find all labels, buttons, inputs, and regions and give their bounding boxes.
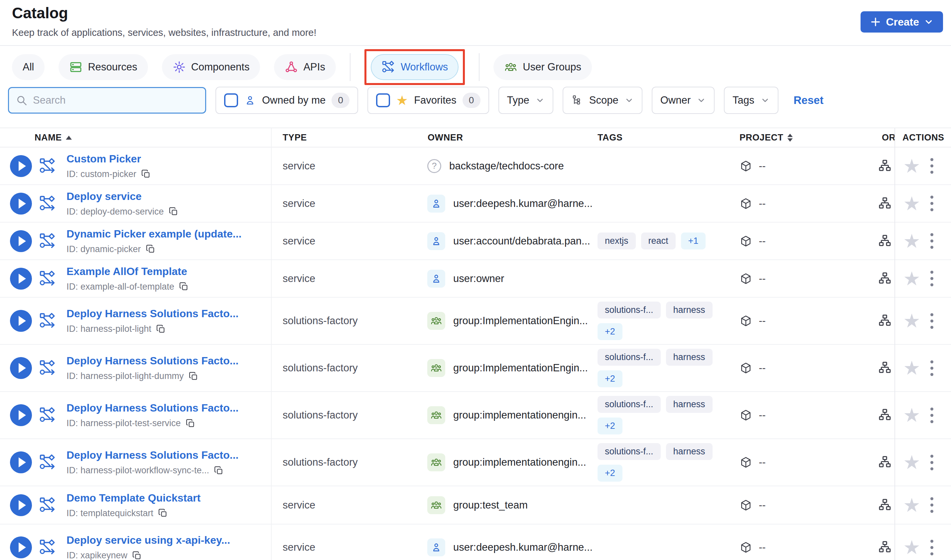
tab-resources[interactable]: Resources — [59, 54, 148, 80]
group-icon — [427, 312, 445, 330]
kebab-menu-icon[interactable] — [930, 298, 933, 344]
tab-all[interactable]: All — [12, 54, 45, 80]
favorite-star-icon[interactable] — [903, 525, 920, 560]
favorite-star-icon[interactable] — [903, 223, 920, 259]
tag-pill[interactable]: solutions-f... — [597, 396, 661, 413]
org-chart-icon[interactable] — [877, 392, 892, 438]
workflow-name-link[interactable]: Demo Template Quickstart — [66, 492, 201, 504]
favorite-star-icon[interactable] — [903, 486, 920, 524]
column-header-name[interactable]: NAME — [35, 132, 72, 143]
copy-icon[interactable] — [185, 418, 196, 428]
org-chart-icon[interactable] — [877, 525, 892, 560]
workflow-name-link[interactable]: Custom Picker — [66, 153, 141, 165]
copy-icon[interactable] — [141, 169, 151, 179]
run-workflow-button[interactable] — [10, 230, 32, 252]
kebab-menu-icon[interactable] — [930, 185, 933, 222]
reset-filters-button[interactable]: Reset — [794, 94, 824, 107]
more-tags-badge[interactable]: +2 — [597, 465, 622, 482]
owned-by-me-filter[interactable]: Owned by me 0 — [216, 87, 358, 114]
kebab-menu-icon[interactable] — [930, 392, 933, 438]
workflow-name-link[interactable]: Deploy Harness Solutions Facto... — [66, 402, 238, 414]
favorites-checkbox[interactable] — [376, 93, 390, 107]
kebab-menu-icon[interactable] — [930, 223, 933, 259]
run-workflow-button[interactable] — [10, 537, 32, 558]
org-chart-icon[interactable] — [877, 148, 892, 185]
workflow-name-link[interactable]: Example AllOf Template — [66, 265, 187, 278]
org-chart-icon[interactable] — [877, 486, 892, 524]
chevron-down-icon — [535, 95, 545, 105]
tab-user-groups[interactable]: User Groups — [494, 54, 592, 80]
run-workflow-button[interactable] — [10, 155, 32, 177]
run-workflow-button[interactable] — [10, 451, 32, 473]
favorite-star-icon[interactable] — [903, 345, 920, 391]
owned-by-me-checkbox[interactable] — [224, 93, 238, 107]
org-chart-icon[interactable] — [877, 260, 892, 297]
tags-cell: nextjs react +1 — [597, 223, 706, 259]
workflow-name-link[interactable]: Deploy service — [66, 190, 142, 203]
kebab-menu-icon[interactable] — [930, 148, 933, 185]
run-workflow-button[interactable] — [10, 268, 32, 290]
run-workflow-button[interactable] — [10, 494, 32, 516]
copy-icon[interactable] — [132, 551, 142, 560]
tag-pill[interactable]: solutions-f... — [597, 302, 661, 318]
copy-icon[interactable] — [158, 508, 168, 518]
tag-pill[interactable]: solutions-f... — [597, 349, 661, 366]
copy-icon[interactable] — [214, 466, 224, 475]
copy-icon[interactable] — [168, 206, 179, 217]
tag-pill[interactable]: solutions-f... — [597, 443, 661, 460]
type-dropdown[interactable]: Type — [499, 87, 553, 114]
kebab-menu-icon[interactable] — [930, 260, 933, 297]
create-button[interactable]: Create — [861, 11, 943, 32]
more-tags-badge[interactable]: +1 — [681, 232, 706, 249]
favorite-star-icon[interactable] — [903, 260, 920, 297]
org-chart-icon[interactable] — [877, 345, 892, 391]
run-workflow-button[interactable] — [10, 357, 32, 379]
kebab-menu-icon[interactable] — [930, 439, 933, 486]
org-chart-icon[interactable] — [877, 298, 892, 344]
copy-icon[interactable] — [146, 244, 156, 254]
favorite-star-icon[interactable] — [903, 185, 920, 222]
kebab-menu-icon[interactable] — [930, 345, 933, 391]
workflow-name-link[interactable]: Deploy service using x-api-key... — [66, 534, 230, 546]
kebab-menu-icon[interactable] — [930, 486, 933, 524]
workflow-name-link[interactable]: Deploy Harness Solutions Facto... — [66, 308, 238, 320]
more-tags-badge[interactable]: +2 — [597, 323, 622, 340]
tag-pill[interactable]: harness — [666, 302, 713, 318]
tag-pill[interactable]: harness — [666, 396, 713, 413]
tags-dropdown[interactable]: Tags — [724, 87, 778, 114]
copy-icon[interactable] — [179, 282, 189, 292]
tag-pill[interactable]: nextjs — [597, 232, 636, 249]
favorites-filter[interactable]: Favorites 0 — [367, 87, 489, 114]
run-workflow-button[interactable] — [10, 404, 32, 426]
more-tags-badge[interactable]: +2 — [597, 417, 622, 434]
tab-apis[interactable]: APIs — [274, 54, 335, 80]
scope-dropdown[interactable]: Scope — [563, 87, 642, 114]
more-tags-badge[interactable]: +2 — [597, 370, 622, 387]
workflow-name-link[interactable]: Deploy Harness Solutions Facto... — [66, 355, 238, 367]
tag-pill[interactable]: harness — [666, 349, 713, 366]
copy-icon[interactable] — [156, 324, 166, 334]
org-chart-icon[interactable] — [877, 439, 892, 486]
search-input[interactable] — [33, 94, 199, 106]
run-workflow-button[interactable] — [10, 193, 32, 215]
run-workflow-button[interactable] — [10, 310, 32, 332]
cube-icon — [739, 235, 752, 248]
workflow-name-link[interactable]: Deploy Harness Solutions Facto... — [66, 449, 238, 462]
column-header-project[interactable]: PROJECT — [739, 132, 793, 143]
workflow-name-link[interactable]: Dynamic Picker example (update... — [66, 228, 241, 240]
org-chart-icon[interactable] — [877, 185, 892, 222]
favorite-star-icon[interactable] — [903, 298, 920, 344]
favorite-star-icon[interactable] — [903, 148, 920, 185]
tag-pill[interactable]: react — [641, 232, 676, 249]
tab-components[interactable]: Components — [162, 54, 260, 80]
owner-dropdown[interactable]: Owner — [652, 87, 715, 114]
owned-by-me-count: 0 — [332, 93, 349, 108]
favorite-star-icon[interactable] — [903, 392, 920, 438]
table-row: Dynamic Picker example (update... ID: dy… — [0, 223, 951, 260]
org-chart-icon[interactable] — [877, 223, 892, 259]
favorite-star-icon[interactable] — [903, 439, 920, 486]
tag-pill[interactable]: harness — [666, 443, 713, 460]
copy-icon[interactable] — [188, 371, 199, 381]
kebab-menu-icon[interactable] — [930, 525, 933, 560]
tab-workflows[interactable]: Workflows — [371, 54, 459, 80]
